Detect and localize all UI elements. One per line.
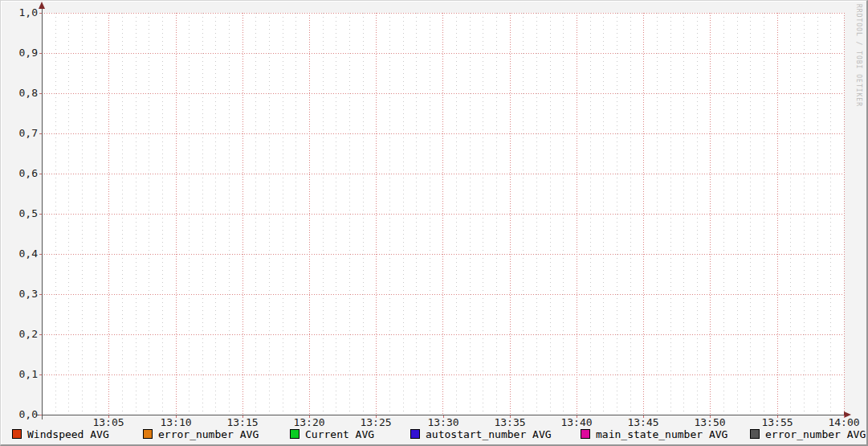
x-axis-tick-label: 13:10 [153,417,198,428]
x-axis-tick-label: 13:25 [353,417,398,428]
y-axis-tick [39,93,42,94]
y-axis-tick-label: 0,6 [7,168,38,179]
x-axis-tick [577,415,577,418]
x-axis-tick [844,415,845,418]
x-axis-tick [376,415,377,418]
x-axis-tick-label: 13:55 [755,417,800,428]
y-axis-tick-label: 0,7 [7,128,38,139]
y-axis-tick-label: 0,1 [7,369,38,380]
gridline-horizontal-major [42,53,844,54]
y-axis-tick-label: 0,5 [7,208,38,219]
gridline-horizontal-major [42,93,844,94]
y-axis-tick-label: 0,0 [7,409,38,420]
y-axis-tick-label: 0,9 [7,47,38,59]
legend-item-label: Current AVG [305,428,374,440]
legend-item: main_state_number AVG [581,428,727,440]
x-axis-tick-label: 13:50 [687,417,732,428]
y-axis-tick-label: 0,2 [7,329,38,340]
legend-color-swatch [143,429,153,439]
rrdtool-graph: RRDTOOL / TOBI OETIKER 1,00,90,80,70,60,… [0,0,868,446]
y-axis-tick-label: 1,0 [7,7,38,18]
x-axis-tick [710,415,711,418]
x-axis-tick-label: 13:15 [220,417,265,428]
gridline-horizontal-major [42,174,844,174]
x-axis-line [36,415,845,415]
legend-color-swatch [581,429,590,439]
legend-item-label: error_number AVG [765,428,866,440]
legend-item: Windspeed AVG [12,428,109,440]
x-axis-tick-label: 13:30 [421,417,466,428]
y-axis-tick-label: 0,8 [7,88,38,99]
y-axis-tick [39,415,42,415]
legend-color-swatch [12,429,22,439]
x-axis-tick [643,415,644,418]
y-axis-tick [39,133,42,134]
y-axis-tick-label: 0,3 [7,288,38,300]
y-axis-tick [39,214,42,215]
legend-item-label: Windspeed AVG [27,428,109,440]
x-axis-tick [309,415,310,418]
gridline-horizontal-major [42,214,844,215]
gridline-horizontal-major [42,133,844,134]
y-axis-arrow-icon [39,2,45,9]
x-axis-tick [108,415,109,418]
legend-color-swatch [410,429,420,439]
x-axis-tick-label: 14:00 [821,417,866,428]
y-axis-tick [39,53,42,54]
legend-item-label: error_number AVG [158,428,259,440]
gridline-horizontal-major [42,374,844,375]
y-axis-tick [39,374,42,375]
y-axis-tick [39,254,42,255]
x-axis-tick [176,415,177,418]
gridline-horizontal-major [42,294,844,295]
legend-item-label: autostart_number AVG [426,428,552,440]
y-axis-line [42,7,43,419]
x-axis-tick [510,415,511,418]
rrdtool-watermark: RRDTOOL / TOBI OETIKER [855,4,862,107]
x-axis-tick-label: 13:35 [487,417,532,428]
y-axis-tick [39,13,42,14]
legend-item: autostart_number AVG [410,428,552,440]
gridline-vertical-major [844,13,845,415]
y-axis-tick [39,174,42,174]
legend-color-swatch [290,429,300,439]
x-axis-tick-label: 13:40 [554,417,599,428]
x-axis-tick [443,415,444,418]
gridline-horizontal-major [42,334,844,335]
gridline-horizontal-major [42,13,844,14]
x-axis-tick [242,415,243,418]
legend-item: Current AVG [290,428,374,440]
x-axis-tick [777,415,778,418]
gridline-horizontal-major [42,254,844,255]
x-axis-tick-label: 13:20 [287,417,332,428]
y-axis-tick [39,334,42,335]
y-axis-tick-label: 0,4 [7,248,38,260]
legend-item: error_number AVG [143,428,259,440]
y-axis-tick [39,294,42,295]
x-axis-tick-label: 13:45 [621,417,666,428]
x-axis-tick-label: 13:05 [86,417,131,428]
legend-item: error_number AVG [750,428,866,440]
plot-canvas [42,13,844,415]
legend-item-label: main_state_number AVG [596,428,727,440]
legend-color-swatch [750,429,760,439]
